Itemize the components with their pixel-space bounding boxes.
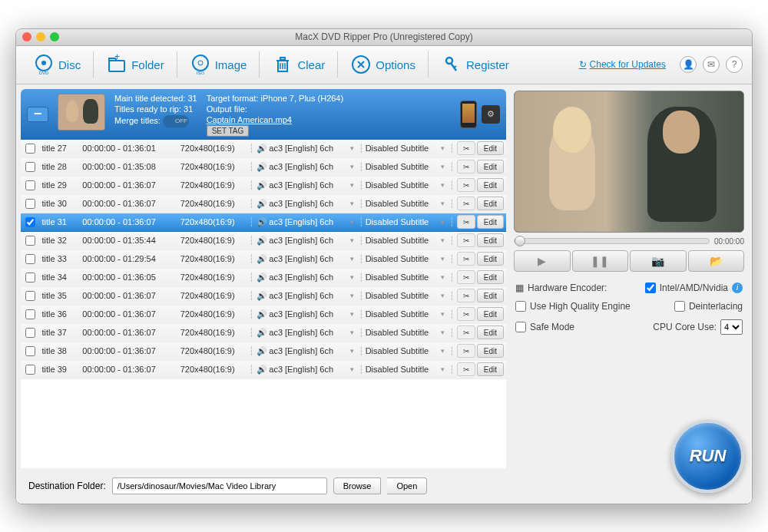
title-row[interactable]: title 3500:00:00 - 01:36:07720x480(16:9)… [21,287,506,306]
title-row[interactable]: title 3400:00:00 - 01:36:05720x480(16:9)… [21,269,506,287]
audio-dropdown[interactable]: ▾ [350,200,358,207]
disc-button[interactable]: DVD Disc [25,51,88,78]
edit-button[interactable]: Edit [477,197,504,210]
audio-dropdown[interactable]: ▾ [350,163,358,170]
title-row[interactable]: title 3300:00:00 - 01:29:54720x480(16:9)… [21,250,506,269]
edit-button[interactable]: Edit [477,160,504,173]
trim-button[interactable]: ✂ [457,289,475,302]
title-checkbox[interactable] [25,144,35,154]
title-row[interactable]: title 3900:00:00 - 01:36:07720x480(16:9)… [21,361,506,379]
open-folder-button[interactable]: 📂 [688,250,745,272]
title-row[interactable]: title 2800:00:00 - 01:35:08720x480(16:9)… [21,158,506,177]
title-row[interactable]: title 3800:00:00 - 01:36:07720x480(16:9)… [21,342,506,361]
title-checkbox[interactable] [25,254,35,264]
mail-button[interactable]: ✉ [703,56,720,73]
help-button[interactable]: ? [726,56,743,73]
hq-engine-checkbox[interactable] [515,301,526,312]
edit-button[interactable]: Edit [477,325,504,339]
audio-dropdown[interactable]: ▾ [350,347,358,355]
timeline-track[interactable] [514,238,710,244]
safe-mode-checkbox[interactable] [515,322,526,332]
audio-dropdown[interactable]: ▾ [350,365,358,373]
subtitle-dropdown[interactable]: ▾ [441,144,449,152]
trim-button[interactable]: ✂ [457,215,475,229]
title-row[interactable]: title 3600:00:00 - 01:36:07720x480(16:9)… [21,306,506,324]
trim-button[interactable]: ✂ [457,252,475,266]
title-row[interactable]: title 2900:00:00 - 01:36:07720x480(16:9)… [21,177,506,195]
title-checkbox[interactable] [25,365,35,375]
subtitle-dropdown[interactable]: ▾ [441,347,449,355]
trim-button[interactable]: ✂ [457,197,475,210]
audio-dropdown[interactable]: ▾ [350,236,358,244]
edit-button[interactable]: Edit [477,233,504,247]
edit-button[interactable]: Edit [477,252,504,266]
titles-list[interactable]: title 2700:00:00 - 01:36:01720x480(16:9)… [21,140,506,468]
subtitle-dropdown[interactable]: ▾ [441,273,449,281]
audio-dropdown[interactable]: ▾ [350,181,358,189]
edit-button[interactable]: Edit [477,215,504,229]
title-checkbox[interactable] [25,291,35,301]
title-checkbox[interactable] [25,309,35,319]
audio-dropdown[interactable]: ▾ [350,310,358,318]
collapse-button[interactable]: − [27,107,48,122]
edit-button[interactable]: Edit [477,178,504,192]
browse-button[interactable]: Browse [333,477,382,494]
check-updates-link[interactable]: ↻ Check for Updates [579,59,666,70]
edit-button[interactable]: Edit [477,307,504,321]
title-checkbox[interactable] [25,199,35,209]
title-row[interactable]: title 2700:00:00 - 01:36:01720x480(16:9)… [21,140,506,158]
destination-input[interactable] [112,477,327,494]
subtitle-dropdown[interactable]: ▾ [441,292,449,299]
subtitle-dropdown[interactable]: ▾ [441,310,449,318]
account-button[interactable]: 👤 [680,56,697,73]
close-icon[interactable] [22,32,31,41]
pause-button[interactable]: ❚❚ [572,250,629,272]
deinterlacing-option[interactable]: Deinterlacing [674,301,743,312]
open-button[interactable]: Open [387,477,427,494]
trim-button[interactable]: ✂ [457,233,475,247]
title-checkbox[interactable] [25,180,35,190]
subtitle-dropdown[interactable]: ▾ [441,163,449,170]
audio-dropdown[interactable]: ▾ [350,255,358,263]
safe-mode-option[interactable]: Safe Mode [515,322,574,332]
audio-dropdown[interactable]: ▾ [350,273,358,281]
edit-button[interactable]: Edit [477,270,504,284]
audio-dropdown[interactable]: ▾ [350,329,358,336]
trim-button[interactable]: ✂ [457,178,475,192]
info-icon[interactable]: i [732,283,743,293]
subtitle-dropdown[interactable]: ▾ [441,236,449,244]
title-checkbox[interactable] [25,236,35,246]
edit-button[interactable]: Edit [477,344,504,358]
trim-button[interactable]: ✂ [457,362,475,376]
title-row[interactable]: title 3700:00:00 - 01:36:07720x480(16:9)… [21,324,506,342]
subtitle-dropdown[interactable]: ▾ [441,181,449,189]
timeline-knob[interactable] [515,236,525,246]
maximize-icon[interactable] [50,32,59,41]
title-row[interactable]: title 3200:00:00 - 01:35:44720x480(16:9)… [21,232,506,250]
run-button[interactable]: RUN [671,420,744,493]
folder-button[interactable]: + Folder [98,51,172,78]
trim-button[interactable]: ✂ [457,344,475,358]
image-button[interactable]: ISO Image [182,51,255,78]
play-button[interactable]: ▶ [514,250,571,272]
edit-button[interactable]: Edit [477,289,504,302]
set-tag-button[interactable]: SET TAG [207,125,250,137]
title-checkbox[interactable] [25,346,35,356]
audio-dropdown[interactable]: ▾ [350,144,358,152]
audio-dropdown[interactable]: ▾ [350,292,358,299]
title-row[interactable]: title 3000:00:00 - 01:36:07720x480(16:9)… [21,195,506,213]
trim-button[interactable]: ✂ [457,325,475,339]
options-button[interactable]: Options [343,51,423,78]
edit-button[interactable]: Edit [477,362,504,376]
hq-engine-option[interactable]: Use High Quality Engine [515,301,631,312]
subtitle-dropdown[interactable]: ▾ [441,255,449,263]
snapshot-button[interactable]: 📷 [630,250,687,272]
subtitle-dropdown[interactable]: ▾ [441,365,449,373]
trim-button[interactable]: ✂ [457,270,475,284]
trim-button[interactable]: ✂ [457,141,475,155]
edit-button[interactable]: Edit [477,141,504,155]
title-row[interactable]: title 3100:00:00 - 01:36:07720x480(16:9)… [21,213,506,232]
deinterlacing-checkbox[interactable] [674,301,685,312]
trim-button[interactable]: ✂ [457,307,475,321]
hw-encoder-option[interactable]: Intel/AMD/Nvidia i [645,283,743,293]
